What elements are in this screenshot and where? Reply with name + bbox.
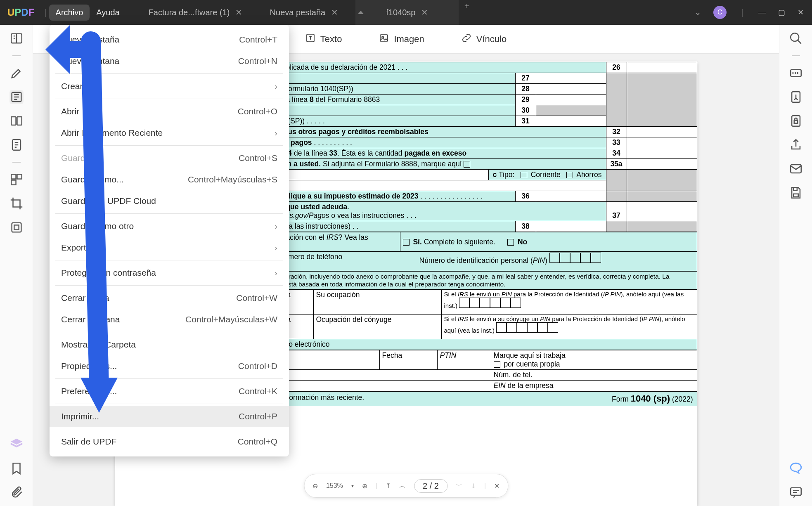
occupation-label: Su ocupación xyxy=(313,289,441,314)
edit-icon[interactable] xyxy=(9,90,24,104)
menu-exportar[interactable]: Exportar a› xyxy=(50,237,289,258)
svg-rect-6 xyxy=(17,174,21,179)
tool-label: Vínculo xyxy=(476,34,507,45)
email-icon[interactable] xyxy=(789,162,803,176)
menu-guardar-como[interactable]: Guardar como...Control+Mayúsculas+S xyxy=(50,169,289,190)
menu-abrir[interactable]: AbrirControl+O xyxy=(50,101,289,122)
tool-image[interactable]: Imagen xyxy=(379,33,424,45)
svg-rect-9 xyxy=(14,225,19,229)
search-icon[interactable] xyxy=(789,31,803,45)
menu-divider xyxy=(55,404,283,404)
organize-icon[interactable] xyxy=(9,173,24,187)
chevron-down-icon[interactable]: ⌄ xyxy=(695,8,701,17)
menu-divider xyxy=(55,429,283,429)
divider xyxy=(12,162,21,163)
minimize-icon[interactable]: — xyxy=(758,8,766,17)
pager-bar: ⊖ 153% ▾ ⊕ | ⤒ ︿ 2 / 2 ﹀ ⤓ | ✕ xyxy=(304,474,508,498)
num-27: 27 xyxy=(515,73,536,84)
menu-divider xyxy=(55,378,283,379)
compress-icon[interactable] xyxy=(9,220,24,234)
chevron-right-icon: › xyxy=(275,243,277,253)
image-icon xyxy=(379,33,389,45)
menu-nueva-ventana[interactable]: Nueva ventanaControl+N xyxy=(50,50,289,72)
tab-factura[interactable]: Factura de...ftware (1) ✕ xyxy=(139,0,253,25)
menu-salir[interactable]: Salir de UPDFControl+Q xyxy=(50,431,289,452)
ocr-icon[interactable] xyxy=(789,66,803,80)
titlebar: UPDF | Archivo Ayuda Factura de...ftware… xyxy=(0,0,812,25)
crop-icon[interactable] xyxy=(9,196,24,210)
svg-rect-2 xyxy=(11,117,16,125)
protect-icon[interactable] xyxy=(789,114,803,128)
num-35a: 35a xyxy=(606,159,627,170)
tab-label: Nueva pestaña xyxy=(270,8,326,17)
new-tab-button[interactable]: ＋ xyxy=(459,0,475,25)
menu-guardar[interactable]: GuardarControl+S xyxy=(50,147,289,169)
prev-page-icon[interactable]: ︿ xyxy=(399,482,406,490)
tab-nueva[interactable]: Nueva pestaña ✕ xyxy=(252,0,355,25)
svg-rect-20 xyxy=(793,187,797,190)
svg-rect-11 xyxy=(380,35,388,41)
comment-icon[interactable] xyxy=(789,485,803,499)
zoom-in-icon[interactable]: ⊕ xyxy=(362,482,367,490)
email-row: Correo electrónico xyxy=(268,339,697,350)
zoom-value[interactable]: 153% xyxy=(326,482,343,489)
menu-divider xyxy=(55,260,283,260)
menu-archivo[interactable]: Archivo xyxy=(49,5,90,21)
link-icon xyxy=(462,33,471,45)
file-menu-dropdown: Nueva pestañaControl+T Nueva ventanaCont… xyxy=(50,25,289,456)
avatar[interactable]: C xyxy=(713,6,727,19)
close-pager-icon[interactable]: ✕ xyxy=(494,482,500,490)
tool-text[interactable]: Texto xyxy=(305,33,342,45)
menu-ayuda[interactable]: Ayuda xyxy=(90,5,126,21)
num-34: 34 xyxy=(606,148,627,159)
menu-abrir-reciente[interactable]: Abrir Documento Reciente› xyxy=(50,122,289,144)
num-28: 28 xyxy=(515,84,536,95)
menu-imprimir[interactable]: Imprimir...Control+P xyxy=(50,406,289,427)
first-page-icon[interactable]: ⤒ xyxy=(386,482,391,490)
last-page-icon[interactable]: ⤓ xyxy=(471,482,476,490)
menu-crear[interactable]: Crear› xyxy=(50,76,289,97)
page-number[interactable]: 2 / 2 xyxy=(414,479,447,493)
close-icon[interactable]: ✕ xyxy=(331,7,338,17)
attachment-icon[interactable] xyxy=(9,485,24,499)
num-37: 37 xyxy=(606,202,627,221)
menu-guardar-cloud[interactable]: Guardar en UPDF Cloud xyxy=(50,190,289,212)
next-page-icon[interactable]: ﹀ xyxy=(456,482,462,490)
share-icon[interactable] xyxy=(789,138,803,152)
menu-proteger[interactable]: Proteger con contraseña› xyxy=(50,262,289,284)
separator: | xyxy=(741,8,743,17)
chevron-right-icon: › xyxy=(275,128,277,138)
menu-cerrar-ventana[interactable]: Cerrar VentanaControl+Mayúsculas+W xyxy=(50,309,289,330)
divider: | xyxy=(376,482,377,489)
svg-rect-3 xyxy=(17,117,21,125)
layers-icon[interactable] xyxy=(9,437,24,452)
reader-icon[interactable] xyxy=(9,31,24,45)
menu-divider xyxy=(55,332,283,332)
bookmark-icon[interactable] xyxy=(9,461,24,475)
prep-date: Fecha xyxy=(379,350,437,369)
menu-preferencias[interactable]: Preferencias...Control+K xyxy=(50,381,289,402)
zoom-menu-icon[interactable]: ▾ xyxy=(351,483,354,489)
firm-phone: Núm. de tel. xyxy=(491,369,697,380)
close-icon[interactable]: ✕ xyxy=(421,7,428,17)
menu-mostrar[interactable]: Mostrar en Carpeta xyxy=(50,334,289,355)
phone-label: Número de teléfono xyxy=(277,252,417,271)
zoom-out-icon[interactable]: ⊖ xyxy=(312,482,318,490)
highlight-icon[interactable] xyxy=(9,66,24,80)
menu-guardar-como-otro[interactable]: Guardar como otro› xyxy=(50,215,289,237)
ai-icon[interactable] xyxy=(789,461,803,475)
close-icon[interactable]: ✕ xyxy=(235,7,242,17)
convert-icon[interactable] xyxy=(789,90,803,104)
menu-cerrar-ficha[interactable]: Cerrar FichaControl+W xyxy=(50,287,289,309)
menu-propiedades[interactable]: Propiedades...Control+D xyxy=(50,355,289,377)
tab-f1040sp[interactable]: f1040sp ✕ xyxy=(355,0,459,25)
svg-rect-19 xyxy=(793,194,798,197)
pages-icon[interactable] xyxy=(9,114,24,128)
menu-nueva-pestana[interactable]: Nueva pestañaControl+T xyxy=(50,29,289,50)
tool-link[interactable]: Vínculo xyxy=(462,33,507,45)
maximize-icon[interactable]: ▢ xyxy=(778,8,785,17)
right-sidebar xyxy=(779,25,812,506)
form-icon[interactable] xyxy=(9,138,24,152)
close-window-icon[interactable]: ✕ xyxy=(798,8,804,17)
save-icon[interactable] xyxy=(789,186,803,200)
